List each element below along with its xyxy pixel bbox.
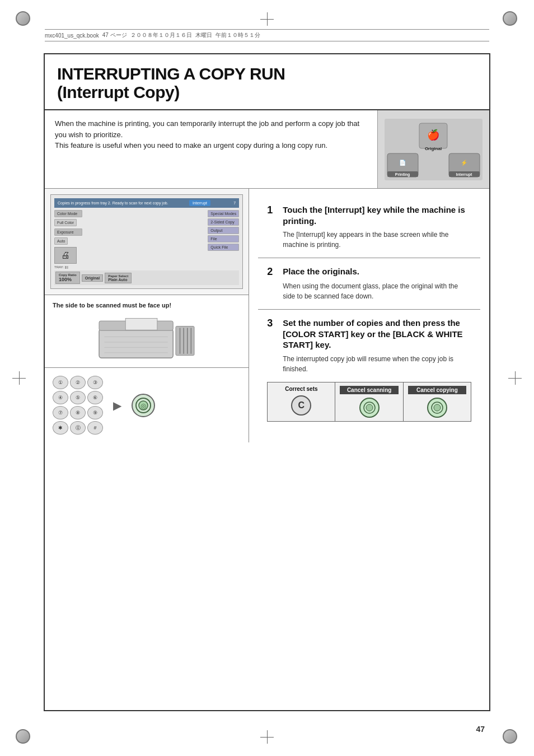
key-9[interactable]: ⑨ <box>87 406 103 419</box>
step3-desc: The interrupted copy job will resume whe… <box>283 354 471 374</box>
svg-text:Printing: Printing <box>395 172 410 177</box>
copy-ratio: Copy Ratio 100% <box>55 272 80 284</box>
step2-section: 2 Place the originals. When using the do… <box>258 258 480 310</box>
arrow-right-icon: ▶ <box>113 399 121 412</box>
key-hash[interactable]: # <box>87 421 103 435</box>
correct-sets-btn: Correct sets C <box>267 382 335 422</box>
scanner-label: The side to be scanned must be face up! <box>53 302 241 309</box>
ui-bottom: Copy Ratio 100% Original Paper Select Pl… <box>54 270 239 285</box>
step2-desc: When using the document glass, place the… <box>283 281 471 301</box>
svg-text:⚡: ⚡ <box>461 159 468 166</box>
cancel-copying-btn: Cancel copying <box>404 382 471 422</box>
scanner-image <box>53 313 241 361</box>
svg-rect-23 <box>125 318 157 330</box>
keypad-grid: ① ② ③ ④ ⑤ ⑥ ⑦ ⑧ ⑨ ✱ ⓪ # <box>53 376 103 435</box>
correct-sets-symbol[interactable]: C <box>291 395 311 416</box>
key-7[interactable]: ⑦ <box>53 406 68 419</box>
day: 木曜日 <box>195 31 212 39</box>
filename: mxc401_us_qck.book <box>45 32 99 39</box>
left-column: Copies in progress from tray 2. Ready to… <box>45 189 249 442</box>
key-5[interactable]: ⑤ <box>70 391 86 404</box>
corner-marker-tl <box>16 11 31 27</box>
key-3[interactable]: ③ <box>87 376 103 389</box>
ui-body: Color Mode Full Color Exposure <box>54 210 239 269</box>
bottom-buttons: Correct sets C Cancel scanning <box>267 382 471 422</box>
key-6[interactable]: ⑥ <box>87 391 103 404</box>
corner-marker-bl <box>16 729 31 745</box>
corner-marker-br <box>503 729 518 745</box>
output[interactable]: Output <box>208 227 239 234</box>
start-button[interactable]: ◎ <box>132 394 155 417</box>
svg-text:🍎: 🍎 <box>427 129 440 141</box>
quick-file[interactable]: Quick File <box>208 244 239 251</box>
color-mode-value: Full Color <box>54 219 77 226</box>
cancel-scanning-symbol[interactable] <box>359 398 380 418</box>
cancel-copying-symbol[interactable] <box>427 398 447 418</box>
key-4[interactable]: ④ <box>53 391 68 404</box>
svg-text:📄: 📄 <box>399 159 406 166</box>
original-label: Original <box>82 274 103 282</box>
interrupt-btn[interactable]: Interrupt <box>189 200 210 206</box>
key-1[interactable]: ① <box>53 376 68 389</box>
correct-sets-label: Correct sets <box>285 386 317 392</box>
ui-header: Copies in progress from tray 2. Ready to… <box>54 198 239 208</box>
step2-title: Place the originals. <box>283 266 359 277</box>
intro-section: When the machine is printing, you can te… <box>45 110 489 189</box>
key-2[interactable]: ② <box>70 376 86 389</box>
main-content: INTERRUPTING A COPY RUN (Interrupt Copy)… <box>44 53 490 711</box>
step2-number: 2 <box>267 266 278 278</box>
color-mode-label: Color Mode <box>54 210 82 217</box>
intro-diagram: 🍎 Original 📄 Printing ⚡ Interrupt <box>377 110 489 188</box>
screenshot-panel: Copies in progress from tray 2. Ready to… <box>45 189 249 295</box>
printer-icon: 🖨 <box>54 247 77 264</box>
svg-text:Original: Original <box>425 146 442 151</box>
step3-header: 3 Set the number of copies and then pres… <box>267 318 471 351</box>
ui-right: Special Modes 2-Sided Copy Output File Q… <box>208 210 239 269</box>
svg-point-28 <box>366 404 373 411</box>
step1-title: Touch the [Interrupt] key while the mach… <box>283 204 471 226</box>
cancel-copying-label: Cancel copying <box>408 386 466 394</box>
cancel-scanning-label: Cancel scanning <box>340 386 398 394</box>
step2-header: 2 Place the originals. <box>267 266 471 278</box>
cross-marker-bottom <box>260 730 274 744</box>
cross-marker-left <box>12 371 26 385</box>
diagram-svg: 🍎 Original 📄 Printing ⚡ Interrupt <box>385 119 483 180</box>
svg-rect-12 <box>99 329 173 358</box>
keypad-section: ① ② ③ ④ ⑤ ⑥ ⑦ ⑧ ⑨ ✱ ⓪ # <box>45 368 249 442</box>
step1-number: 1 <box>267 204 278 216</box>
svg-text:◎: ◎ <box>140 402 146 410</box>
page-title: INTERRUPTING A COPY RUN (Interrupt Copy) <box>57 64 477 101</box>
scanner-section: The side to be scanned must be face up! <box>45 295 249 368</box>
date: ２００８年１０月１６日 <box>130 31 192 39</box>
svg-point-30 <box>434 404 441 411</box>
svg-text:Interrupt: Interrupt <box>456 172 472 177</box>
file[interactable]: File <box>208 235 239 242</box>
page-ref: 47 ページ <box>102 31 127 39</box>
special-modes[interactable]: Special Modes <box>208 210 239 217</box>
paper-select: Paper Select Plain Auto <box>105 273 132 283</box>
key-star[interactable]: ✱ <box>53 421 68 435</box>
key-8[interactable]: ⑧ <box>70 406 86 419</box>
step1-header: 1 Touch the [Interrupt] key while the ma… <box>267 204 471 226</box>
meta-line: mxc401_us_qck.book 47 ページ ２００８年１０月１６日 木曜… <box>45 29 489 41</box>
right-column: 1 Touch the [Interrupt] key while the ma… <box>249 189 489 442</box>
scanner-svg <box>93 313 200 361</box>
page-wrapper: mxc401_us_qck.book 47 ページ ２００８年１０月１６日 木曜… <box>0 0 534 756</box>
cancel-scanning-btn: Cancel scanning <box>335 382 403 422</box>
title-section: INTERRUPTING A COPY RUN (Interrupt Copy) <box>45 54 489 110</box>
content-body: When the machine is printing, you can te… <box>45 110 489 442</box>
exposure-value: Auto <box>54 237 68 245</box>
ui-header-text: Copies in progress from tray 2. Ready to… <box>58 201 168 205</box>
exposure-label: Exposure <box>54 228 82 236</box>
step1-section: 1 Touch the [Interrupt] key while the ma… <box>258 197 480 258</box>
steps-area: Copies in progress from tray 2. Ready to… <box>45 189 489 442</box>
key-0[interactable]: ⓪ <box>70 421 86 435</box>
cross-marker-top <box>260 12 274 26</box>
screenshot-ui: Copies in progress from tray 2. Ready to… <box>50 194 243 289</box>
page-number: 47 <box>476 725 485 734</box>
ui-left: Color Mode Full Color Exposure <box>54 210 205 269</box>
step3-number: 3 <box>267 318 278 329</box>
ui-num: 7 <box>233 201 236 205</box>
two-sided[interactable]: 2-Sided Copy <box>208 218 239 226</box>
cross-marker-right <box>508 371 522 385</box>
